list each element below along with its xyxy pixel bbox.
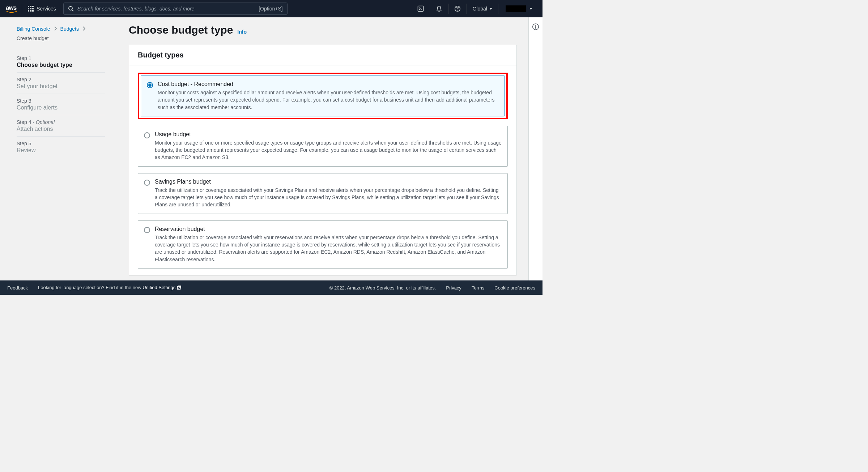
svg-point-5 (457, 10, 458, 10)
chevron-right-icon (82, 26, 85, 32)
footer-unified-settings-link[interactable]: Unified Settings (142, 285, 182, 290)
footer-copyright: © 2022, Amazon Web Services, Inc. or its… (329, 285, 436, 291)
breadcrumb-link-billing[interactable]: Billing Console (17, 26, 50, 32)
radio-icon (144, 132, 150, 138)
step-label: Step 5 (17, 141, 105, 146)
cloudshell-icon (417, 5, 424, 12)
svg-line-1 (72, 10, 73, 11)
info-icon (532, 23, 539, 30)
step-title: Configure alerts (17, 104, 105, 111)
option-savings-plans-budget[interactable]: Savings Plans budget Track the utilizati… (138, 173, 508, 214)
page-body: Billing Console Budgets Create budget St… (0, 17, 542, 280)
footer-terms-link[interactable]: Terms (472, 285, 484, 291)
aws-logo[interactable]: aws (6, 4, 22, 14)
region-selector[interactable]: Global (467, 4, 498, 14)
top-nav: aws Services [Option+S] (0, 0, 542, 17)
chevron-right-icon (54, 26, 57, 32)
footer-links: Privacy Terms Cookie preferences (446, 285, 535, 291)
aws-logo-text: aws (6, 4, 17, 12)
wizard-step-5[interactable]: Step 5 Review (17, 137, 105, 158)
search-shortcut-hint: [Option+S] (259, 6, 283, 12)
wizard-step-1[interactable]: Step 1 Choose budget type (17, 51, 105, 73)
external-link-icon (177, 285, 182, 291)
option-description: Monitor your costs against a specified d… (158, 89, 499, 111)
breadcrumb-link-budgets[interactable]: Budgets (60, 26, 79, 32)
services-menu-button[interactable]: Services (26, 6, 59, 12)
search-input[interactable] (77, 6, 255, 12)
bell-icon (436, 5, 442, 12)
radio-icon (144, 180, 150, 186)
footer-feedback-link[interactable]: Feedback (7, 285, 28, 291)
option-description: Track the utilization or coverage associ… (155, 186, 502, 209)
help-button[interactable] (448, 4, 467, 14)
services-label: Services (37, 6, 56, 12)
search-bar[interactable]: [Option+S] (63, 3, 288, 15)
notifications-button[interactable] (430, 4, 448, 14)
footer: Feedback Looking for language selection?… (0, 280, 542, 295)
step-title: Set your budget (17, 83, 105, 90)
step-label: Step 4 - Optional (17, 119, 105, 125)
caret-down-icon (529, 8, 532, 10)
footer-privacy-link[interactable]: Privacy (446, 285, 461, 291)
panel-title: Budget types (138, 51, 508, 59)
budget-type-options: Cost budget - Recommended Monitor your c… (129, 65, 516, 269)
help-icon (454, 5, 461, 12)
option-description: Track the utilization or coverage associ… (155, 234, 502, 263)
caret-down-icon (489, 8, 492, 10)
option-title: Cost budget - Recommended (158, 81, 499, 87)
topnav-right: Global (412, 4, 537, 14)
page-title: Choose budget type (129, 24, 233, 36)
option-cost-budget[interactable]: Cost budget - Recommended Monitor your c… (141, 76, 505, 116)
option-title: Savings Plans budget (155, 179, 502, 185)
info-link[interactable]: Info (237, 29, 247, 35)
option-title: Usage budget (155, 131, 502, 138)
cloudshell-button[interactable] (412, 4, 430, 14)
step-title: Attach actions (17, 126, 105, 132)
option-usage-budget[interactable]: Usage budget Monitor your usage of one o… (138, 126, 508, 167)
step-title: Choose budget type (17, 62, 105, 68)
step-label: Step 1 (17, 55, 105, 61)
search-icon (68, 6, 74, 12)
radio-icon (147, 82, 153, 88)
svg-point-7 (535, 25, 536, 26)
breadcrumb-current: Create budget (17, 35, 49, 41)
option-title: Reservation budget (155, 226, 502, 232)
panel-header: Budget types (129, 45, 516, 65)
account-menu[interactable] (498, 4, 537, 14)
budget-types-panel: Budget types Cost budget - Recommended M… (129, 45, 517, 275)
help-panel-rail[interactable] (528, 17, 542, 280)
wizard-steps: Step 1 Choose budget type Step 2 Set you… (17, 51, 105, 158)
region-label: Global (473, 6, 487, 12)
account-name-redacted (506, 5, 526, 12)
svg-point-0 (69, 7, 72, 10)
grid-icon (28, 6, 34, 12)
radio-icon (144, 227, 150, 233)
step-label: Step 2 (17, 77, 105, 82)
page-heading: Choose budget type Info (129, 24, 517, 36)
highlighted-option-wrap: Cost budget - Recommended Monitor your c… (138, 73, 508, 119)
wizard-step-4[interactable]: Step 4 - Optional Attach actions (17, 115, 105, 137)
breadcrumb: Billing Console Budgets Create budget (17, 26, 105, 41)
wizard-step-3[interactable]: Step 3 Configure alerts (17, 94, 105, 115)
step-title: Review (17, 147, 105, 154)
wizard-step-2[interactable]: Step 2 Set your budget (17, 73, 105, 94)
step-label: Step 3 (17, 98, 105, 104)
option-reservation-budget[interactable]: Reservation budget Track the utilization… (138, 220, 508, 269)
footer-cookies-link[interactable]: Cookie preferences (494, 285, 535, 291)
wizard-sidebar: Billing Console Budgets Create budget St… (0, 17, 116, 280)
footer-language-prompt: Looking for language selection? Find it … (38, 285, 182, 291)
option-description: Monitor your usage of one or more specif… (155, 139, 502, 161)
main-content: Choose budget type Info Budget types Cos… (116, 17, 528, 280)
